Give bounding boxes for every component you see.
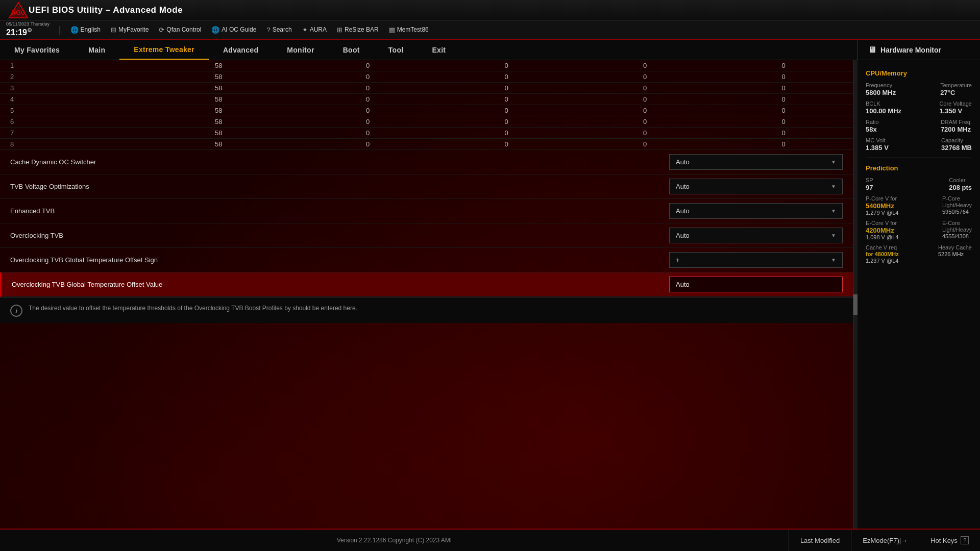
nav-extreme-tweaker[interactable]: Extreme Tweaker bbox=[119, 40, 209, 60]
sidebar-row-sp-cooler: SP 97 Cooler 208 pts bbox=[866, 177, 972, 191]
nav-exit[interactable]: Exit bbox=[418, 40, 460, 60]
sidebar-col-pcore-v: P-Core V for 5400MHz 1.279 V @L4 bbox=[866, 195, 898, 216]
svg-text:ROG: ROG bbox=[11, 9, 25, 16]
scroll-thumb[interactable] bbox=[853, 294, 857, 315]
title-text: UEFI BIOS Utility – Advanced Mode bbox=[29, 5, 183, 15]
aura-icon: ✦ bbox=[302, 26, 308, 34]
toolbar-qfan[interactable]: ⟳ Qfan Control bbox=[155, 24, 205, 36]
bottom-actions: Last Modified EzMode(F7)|→ Hot Keys ? bbox=[789, 530, 980, 551]
globe-icon: 🌐 bbox=[70, 26, 79, 34]
sidebar-col-freq: Frequency 5800 MHz bbox=[866, 82, 896, 96]
nav-main[interactable]: Main bbox=[74, 40, 119, 60]
sidebar-col-pcore-lh: P-Core Light/Heavy 5950/5764 bbox=[942, 195, 972, 216]
toolbar-divider: | bbox=[59, 24, 61, 35]
table-row[interactable]: 1 58 0 0 0 0 bbox=[0, 60, 853, 71]
sidebar-col-temp: Temperature 27°C bbox=[940, 82, 972, 96]
toolbar-datetime: 05/11/2023 Thursday 21:19⚙ bbox=[6, 22, 50, 37]
scroll-indicator[interactable] bbox=[853, 60, 857, 529]
search-question-icon: ? bbox=[266, 26, 270, 34]
table-row[interactable]: 3 58 0 0 0 0 bbox=[0, 83, 853, 94]
info-bar: i The desired value to offset the temper… bbox=[0, 297, 853, 323]
settings-row-0[interactable]: Cache Dynamic OC SwitcherAuto▼ bbox=[0, 150, 853, 174]
settings-row-1[interactable]: TVB Voltage OptimizationsAuto▼ bbox=[0, 174, 853, 199]
nav-my-favorites[interactable]: My Favorites bbox=[0, 40, 74, 60]
sidebar-col-cache-v: Cache V req for 4800MHz 1.237 V @L4 bbox=[866, 244, 899, 264]
ai-icon: 🌐 bbox=[211, 26, 219, 34]
sidebar-col-mcvolt: MC Volt. 1.385 V bbox=[866, 137, 889, 152]
sidebar-col-ecore-v: E-Core V for 4200MHz 1.098 V @L4 bbox=[866, 220, 898, 240]
sidebar-row-freq-temp: Frequency 5800 MHz Temperature 27°C bbox=[866, 82, 972, 96]
sidebar-col-corev: Core Voltage 1.350 V bbox=[939, 101, 972, 115]
dropdown-3[interactable]: Auto▼ bbox=[669, 228, 843, 243]
cpu-memory-title: CPU/Memory bbox=[866, 69, 972, 77]
sidebar-col-dram: DRAM Freq. 7200 MHz bbox=[941, 119, 972, 133]
sidebar-col-sp: SP 97 bbox=[866, 177, 873, 191]
nav-monitor[interactable]: Monitor bbox=[273, 40, 328, 60]
input-5[interactable]: Auto bbox=[669, 277, 843, 292]
toolbar-search[interactable]: ? Search bbox=[262, 24, 296, 36]
toolbar-memtest[interactable]: ▦ MemTest86 bbox=[385, 24, 433, 36]
chevron-down-icon: ▼ bbox=[831, 257, 836, 263]
chevron-down-icon: ▼ bbox=[831, 184, 836, 189]
settings-label-5: Overclocking TVB Global Temperature Offs… bbox=[12, 281, 162, 288]
sidebar-row-ecore: E-Core V for 4200MHz 1.098 V @L4 E-Core … bbox=[866, 220, 972, 240]
sidebar-col-cap: Capacity 32768 MB bbox=[941, 137, 972, 152]
toolbar-english[interactable]: 🌐 English bbox=[66, 24, 105, 36]
settings-icon: ⚙ bbox=[27, 27, 32, 33]
prediction-title: Prediction bbox=[866, 164, 972, 172]
content-area: 1 58 0 0 0 0 2 58 0 0 0 0 3 58 0 0 0 0 4… bbox=[0, 60, 980, 529]
settings-row-2[interactable]: Enhanced TVBAuto▼ bbox=[0, 199, 853, 223]
settings-label-3: Overclocking TVB bbox=[10, 232, 63, 239]
sidebar-col-ecore-lh: E-Core Light/Heavy 4555/4308 bbox=[942, 220, 972, 240]
title-bar: ROG UEFI BIOS Utility – Advanced Mode bbox=[0, 0, 980, 20]
sidebar-col-ratio: Ratio 58x bbox=[866, 119, 879, 133]
nav-boot[interactable]: Boot bbox=[329, 40, 374, 60]
sidebar-divider-1 bbox=[866, 158, 972, 158]
table-row[interactable]: 6 58 0 0 0 0 bbox=[0, 116, 853, 128]
toolbar-time: 21:19⚙ bbox=[6, 27, 50, 37]
sidebar-row-bclk-cv: BCLK 100.00 MHz Core Voltage 1.350 V bbox=[866, 101, 972, 115]
table-row[interactable]: 8 58 0 0 0 0 bbox=[0, 139, 853, 150]
sidebar-row-ratio-dram: Ratio 58x DRAM Freq. 7200 MHz bbox=[866, 119, 972, 133]
favorite-icon: ⊟ bbox=[111, 26, 116, 34]
resize-icon: ⊞ bbox=[337, 26, 342, 34]
toolbar-myfavorite[interactable]: ⊟ MyFavorite bbox=[107, 24, 153, 36]
settings-label-0: Cache Dynamic OC Switcher bbox=[10, 158, 96, 166]
dropdown-4[interactable]: +▼ bbox=[669, 252, 843, 268]
chevron-down-icon: ▼ bbox=[831, 208, 836, 214]
sidebar-col-bclk: BCLK 100.00 MHz bbox=[866, 101, 901, 115]
hot-keys-button[interactable]: Hot Keys ? bbox=[919, 530, 980, 551]
hw-monitor-header: 🖥 Hardware Monitor bbox=[857, 40, 980, 60]
table-row[interactable]: 7 58 0 0 0 0 bbox=[0, 128, 853, 139]
main-nav: My Favorites Main Extreme Tweaker Advanc… bbox=[0, 40, 980, 60]
nav-advanced[interactable]: Advanced bbox=[209, 40, 273, 60]
toolbar-resizebar[interactable]: ⊞ ReSize BAR bbox=[333, 24, 383, 36]
table-row[interactable]: 4 58 0 0 0 0 bbox=[0, 94, 853, 105]
toolbar-aioc[interactable]: 🌐 AI OC Guide bbox=[207, 24, 260, 36]
nav-tool[interactable]: Tool bbox=[374, 40, 418, 60]
main-content: 1 58 0 0 0 0 2 58 0 0 0 0 3 58 0 0 0 0 4… bbox=[0, 60, 853, 529]
ez-mode-button[interactable]: EzMode(F7)|→ bbox=[851, 530, 919, 551]
settings-container: Cache Dynamic OC SwitcherAuto▼TVB Voltag… bbox=[0, 150, 853, 297]
fan-icon: ⟳ bbox=[159, 26, 164, 34]
settings-row-4[interactable]: Overclocking TVB Global Temperature Offs… bbox=[0, 248, 853, 272]
sidebar: CPU/Memory Frequency 5800 MHz Temperatur… bbox=[857, 60, 980, 529]
sidebar-col-cooler: Cooler 208 pts bbox=[949, 177, 972, 191]
sidebar-col-heavy-cache: Heavy Cache 5226 MHz bbox=[938, 244, 972, 264]
sidebar-row-cache: Cache V req for 4800MHz 1.237 V @L4 Heav… bbox=[866, 244, 972, 264]
monitor-icon: 🖥 bbox=[868, 45, 876, 55]
settings-label-1: TVB Voltage Optimizations bbox=[10, 183, 89, 190]
dropdown-1[interactable]: Auto▼ bbox=[669, 179, 843, 194]
dropdown-2[interactable]: Auto▼ bbox=[669, 203, 843, 219]
settings-label-4: Overclocking TVB Global Temperature Offs… bbox=[10, 256, 158, 264]
nav-right: 🖥 Hardware Monitor bbox=[857, 40, 980, 60]
settings-row-5[interactable]: Overclocking TVB Global Temperature Offs… bbox=[0, 272, 853, 297]
settings-row-3[interactable]: Overclocking TVBAuto▼ bbox=[0, 223, 853, 248]
chevron-down-icon: ▼ bbox=[831, 233, 836, 238]
toolbar: 05/11/2023 Thursday 21:19⚙ | 🌐 English ⊟… bbox=[0, 20, 980, 40]
toolbar-aura[interactable]: ✦ AURA bbox=[298, 24, 331, 36]
last-modified-button[interactable]: Last Modified bbox=[789, 530, 851, 551]
table-row[interactable]: 2 58 0 0 0 0 bbox=[0, 71, 853, 83]
dropdown-0[interactable]: Auto▼ bbox=[669, 154, 843, 170]
table-row[interactable]: 5 58 0 0 0 0 bbox=[0, 105, 853, 116]
